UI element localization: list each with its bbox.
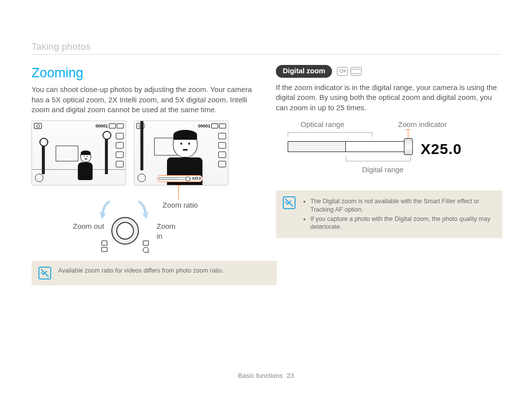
page-footer: Basic functions 23 xyxy=(0,371,532,380)
zoom-ratio-bar: X25.0 xyxy=(157,175,202,182)
frame-counter: 00001 xyxy=(96,123,108,129)
camera-screens: 00001 xyxy=(32,121,263,185)
digital-range-label: Digital range xyxy=(362,165,403,175)
note-item: If you capture a photo with the Digital … xyxy=(310,215,496,232)
magnify-icon xyxy=(143,247,149,253)
footer-page: 23 xyxy=(287,372,294,379)
thumbnail-icon xyxy=(101,241,107,246)
note-icon xyxy=(38,267,51,279)
timer-icon xyxy=(218,161,226,167)
zoom-indicator-label: Zoom indicator xyxy=(398,120,447,129)
manual-page: Taking photos Zooming You can shoot clos… xyxy=(0,0,532,401)
stabilizer-icon xyxy=(137,174,146,182)
battery-icon xyxy=(117,123,124,128)
arrow-left-icon xyxy=(100,199,112,219)
digital-zoom-pill: Digital zoom xyxy=(276,65,332,78)
mode-program-icon xyxy=(337,67,348,76)
frame-counter: 00001 xyxy=(198,123,210,129)
optical-range-label: Optical range xyxy=(300,120,344,129)
zoom-indicator-diagram: Optical range Zoom indicator Digital ran… xyxy=(286,120,483,184)
dial-icon xyxy=(111,217,139,245)
mode-scene-icon xyxy=(351,67,362,76)
focus-frame xyxy=(56,146,78,161)
zoom-in-label: Zoom in xyxy=(157,221,175,242)
note-box-left: Available zoom ratio for videos differs … xyxy=(32,261,277,285)
quality-icon xyxy=(218,142,226,149)
section-title: Zooming xyxy=(32,64,263,82)
note-text: Available zoom ratio for videos differs … xyxy=(58,267,224,275)
camera-screen-zoomed: 00001 xyxy=(134,121,229,185)
note-item: The Digital zoom is not available with t… xyxy=(310,197,496,214)
camera-screen-wide: 00001 xyxy=(32,121,126,185)
left-column: Zooming You can shoot close-up photos by… xyxy=(32,64,263,185)
camera-mode-icon xyxy=(34,123,42,129)
zoom-marker xyxy=(404,138,413,155)
zoom-track xyxy=(288,141,413,152)
digital-zoom-text: If the zoom indicator is in the digital … xyxy=(276,83,502,113)
callout-line xyxy=(178,185,179,200)
stabilizer-icon xyxy=(35,174,43,182)
size-icon xyxy=(218,133,226,139)
breadcrumb: Taking photos xyxy=(32,40,91,53)
grid-icon xyxy=(101,247,107,252)
note-icon xyxy=(283,196,296,209)
intro-text: You can shoot close-up photos by adjusti… xyxy=(32,85,263,115)
zoom-dial-illustration: Zoom out Zoom in xyxy=(98,199,162,251)
rule xyxy=(32,54,500,55)
callout-tick xyxy=(176,185,181,185)
zoom-value-text: X25.0 xyxy=(421,139,462,159)
zoom-ratio-label: Zoom ratio xyxy=(163,200,198,210)
arrow-right-icon xyxy=(136,199,149,219)
subject-silhouette xyxy=(80,151,93,180)
zoom-out-label: Zoom out xyxy=(73,221,104,231)
quality-icon xyxy=(116,142,124,149)
size-icon xyxy=(116,133,124,139)
right-column: Digital zoom If the zoom indicator is in… xyxy=(276,65,502,238)
storage-icon xyxy=(211,123,218,128)
note-box-right: The Digital zoom is not available with t… xyxy=(276,190,502,239)
flash-icon xyxy=(218,152,226,158)
storage-icon xyxy=(109,123,116,128)
battery-icon xyxy=(219,123,226,128)
zoom-ratio-value: X25.0 xyxy=(192,176,201,181)
play-icon xyxy=(143,241,149,246)
flash-icon xyxy=(116,152,124,158)
footer-section: Basic functions xyxy=(238,372,283,379)
